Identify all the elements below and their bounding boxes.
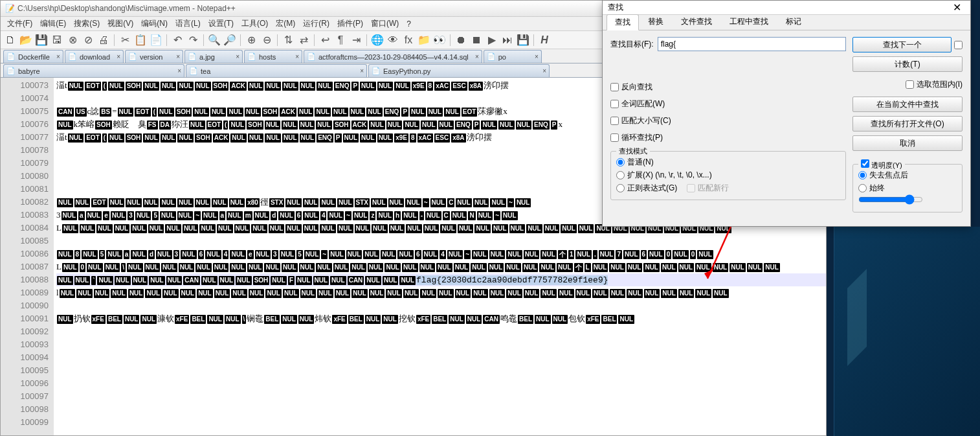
trans-slider[interactable] bbox=[858, 194, 923, 205]
play-icon[interactable]: ▶ bbox=[485, 33, 499, 47]
bold-icon[interactable]: H bbox=[537, 33, 551, 47]
btn-cancel[interactable]: 取消 bbox=[852, 135, 963, 151]
btn-all-open[interactable]: 查找所有打开文件(O) bbox=[852, 116, 963, 132]
find-tab-proj[interactable]: 工程中查找 bbox=[721, 14, 777, 30]
chk-reverse[interactable] bbox=[610, 83, 619, 91]
menu-search[interactable]: 搜索(S) bbox=[70, 18, 104, 29]
zoomin-icon[interactable]: ⊕ bbox=[244, 33, 258, 47]
menu-run[interactable]: 运行(R) bbox=[299, 18, 333, 29]
editor-line bbox=[56, 351, 826, 364]
new-icon[interactable]: 🗋 bbox=[3, 33, 17, 47]
monitor-icon[interactable]: 👀 bbox=[432, 33, 447, 47]
menu-window[interactable]: 窗口(W) bbox=[367, 18, 403, 29]
rad-ext[interactable] bbox=[616, 171, 625, 179]
file-tab[interactable]: po× bbox=[484, 50, 542, 63]
tab-close-icon[interactable]: × bbox=[360, 67, 364, 75]
line-number: 100089 bbox=[1, 286, 49, 299]
menu-settings[interactable]: 设置(T) bbox=[205, 18, 238, 29]
find-tab-mark[interactable]: 标记 bbox=[777, 14, 810, 30]
tab-close-icon[interactable]: × bbox=[56, 53, 60, 60]
chk-findnext-wrap[interactable] bbox=[954, 41, 963, 49]
folder-icon[interactable]: 📁 bbox=[417, 33, 431, 47]
savemacro-icon[interactable]: 💾 bbox=[516, 33, 530, 47]
stop-icon[interactable]: ⏹ bbox=[469, 33, 484, 47]
tab-close-icon[interactable]: × bbox=[535, 53, 539, 60]
rad-normal[interactable] bbox=[616, 158, 625, 166]
find-tab-files[interactable]: 文件查找 bbox=[673, 14, 720, 30]
close-icon[interactable]: ⊗ bbox=[65, 33, 80, 47]
playmulti-icon[interactable]: ⏭ bbox=[500, 33, 515, 47]
menu-edit[interactable]: 编辑(E) bbox=[36, 18, 70, 29]
paste-icon[interactable]: 📄 bbox=[149, 33, 163, 47]
rad-regex[interactable] bbox=[616, 184, 625, 192]
eye-icon[interactable]: 👁 bbox=[386, 33, 400, 47]
indent-icon[interactable]: ⇥ bbox=[349, 33, 363, 47]
menu-plugins[interactable]: 插件(P) bbox=[333, 18, 367, 29]
line-number: 100093 bbox=[1, 338, 49, 351]
menu-encoding[interactable]: 编码(N) bbox=[137, 18, 172, 29]
rad-lostfocus[interactable] bbox=[858, 171, 867, 179]
file-tab[interactable]: actforaftcms—2023-10-29-084405—v4.4.14.s… bbox=[304, 50, 482, 63]
file-tab[interactable]: tea× bbox=[186, 64, 367, 77]
cut-icon[interactable]: ✂ bbox=[118, 33, 132, 47]
replace-icon[interactable]: 🔎 bbox=[223, 33, 237, 47]
file-tab[interactable]: download× bbox=[65, 50, 124, 63]
flag-match: flag{23030d1c2aa90debdf7757782e9f1ee9} bbox=[416, 275, 608, 285]
chk-case[interactable] bbox=[610, 117, 619, 125]
wrap-icon[interactable]: ↩ bbox=[318, 33, 332, 47]
tab-close-icon[interactable]: × bbox=[475, 53, 479, 60]
tab-close-icon[interactable]: × bbox=[542, 67, 546, 75]
chk-selscope[interactable] bbox=[906, 80, 914, 89]
find-close-icon[interactable]: ✕ bbox=[949, 1, 965, 14]
menu-help[interactable]: ? bbox=[403, 19, 415, 29]
btn-all-current[interactable]: 在当前文件中查找 bbox=[852, 97, 963, 112]
line-number: 100096 bbox=[1, 377, 49, 390]
find-target-input[interactable] bbox=[658, 37, 846, 51]
find-icon[interactable]: 🔍 bbox=[207, 33, 221, 47]
chk-newline bbox=[687, 184, 695, 192]
editor-line: lNULNULNULNULNULNULNULNULNULNULNULNULNUL… bbox=[56, 286, 826, 299]
saveall-icon[interactable]: 🖫 bbox=[50, 33, 64, 47]
tab-close-icon[interactable]: × bbox=[176, 53, 180, 60]
closeall-icon[interactable]: ⊘ bbox=[81, 33, 95, 47]
tab-close-icon[interactable]: × bbox=[177, 67, 181, 75]
save-icon[interactable]: 💾 bbox=[34, 33, 49, 47]
rec-icon[interactable]: ⏺ bbox=[454, 33, 468, 47]
file-tab[interactable]: hosts× bbox=[244, 50, 302, 63]
tab-close-icon[interactable]: × bbox=[236, 53, 239, 60]
line-number: 100085 bbox=[1, 235, 49, 247]
menu-file[interactable]: 文件(F) bbox=[3, 18, 36, 29]
sync-h-icon[interactable]: ⇄ bbox=[296, 33, 311, 47]
chk-wholeword[interactable] bbox=[610, 100, 619, 108]
undo-icon[interactable]: ↶ bbox=[170, 33, 184, 47]
menu-language[interactable]: 语言(L) bbox=[172, 18, 205, 29]
find-tab-find[interactable]: 查找 bbox=[607, 14, 639, 30]
btn-find-next[interactable]: 查找下一个 bbox=[852, 37, 952, 52]
copy-icon[interactable]: 📋 bbox=[133, 33, 148, 47]
tab-close-icon[interactable]: × bbox=[295, 53, 299, 60]
file-tab[interactable]: Dockerfile× bbox=[3, 50, 63, 63]
chk-wrap[interactable] bbox=[610, 133, 619, 142]
zoomout-icon[interactable]: ⊖ bbox=[260, 33, 274, 47]
file-tab[interactable]: EasyPython.py× bbox=[368, 64, 550, 77]
find-tab-replace[interactable]: 替换 bbox=[640, 14, 672, 30]
menu-macro[interactable]: 宏(M) bbox=[272, 18, 299, 29]
allchars-icon[interactable]: ¶ bbox=[333, 33, 348, 47]
func-icon[interactable]: fx bbox=[401, 33, 416, 47]
file-tab[interactable]: version× bbox=[125, 50, 183, 63]
redo-icon[interactable]: ↷ bbox=[186, 33, 200, 47]
tab-close-icon[interactable]: × bbox=[117, 53, 120, 60]
chk-trans[interactable] bbox=[861, 159, 869, 168]
line-number: 100099 bbox=[1, 416, 49, 429]
lang-icon[interactable]: 🌐 bbox=[370, 33, 384, 47]
btn-count[interactable]: 计数(T) bbox=[852, 56, 963, 72]
editor-line: NUL扔钦xFEBELNULNUL漮钦xFEBELNULNUL\锎鼄BELNUL… bbox=[56, 312, 826, 325]
file-tab[interactable]: a.jpg× bbox=[184, 50, 243, 63]
menu-view[interactable]: 视图(V) bbox=[104, 18, 137, 29]
print-icon[interactable]: 🖨 bbox=[96, 33, 111, 47]
menu-tools[interactable]: 工具(O) bbox=[238, 18, 272, 29]
file-tab[interactable]: babyre× bbox=[3, 64, 184, 77]
rad-always[interactable] bbox=[858, 184, 867, 192]
sync-v-icon[interactable]: ⇅ bbox=[281, 33, 295, 47]
open-icon[interactable]: 📂 bbox=[19, 33, 33, 47]
